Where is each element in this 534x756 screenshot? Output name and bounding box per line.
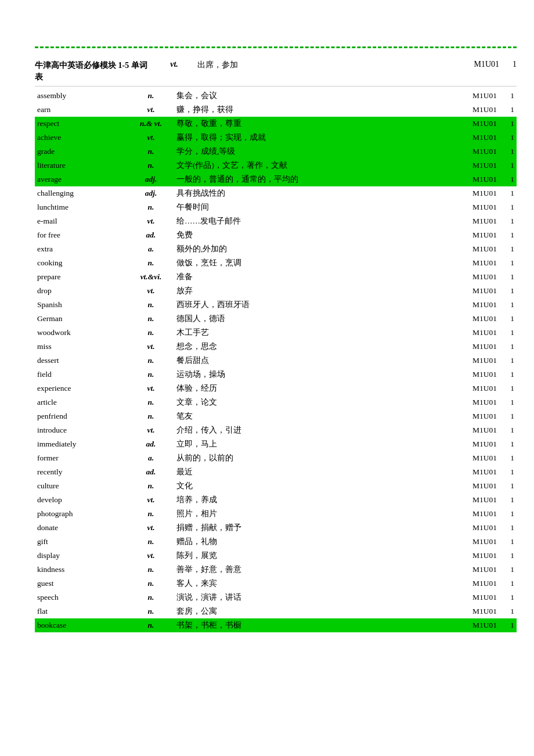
meaning-cell: 客人，来宾 — [174, 577, 453, 591]
word-cell: average — [35, 172, 128, 186]
table-row: e-mailvt.给……发电子邮件M1U011 — [35, 214, 517, 228]
unit-cell: M1U01 — [453, 577, 499, 591]
pos-cell: n. — [128, 326, 174, 340]
word-cell: recently — [35, 465, 128, 479]
unit-cell: M1U01 — [453, 228, 499, 242]
word-cell: grade — [35, 145, 128, 159]
table-row: fieldn.运动场，操场M1U011 — [35, 368, 517, 381]
unit-cell: M1U01 — [453, 89, 499, 103]
meaning-cell: 赚，挣得，获得 — [174, 103, 453, 117]
word-cell: extra — [35, 242, 128, 256]
meaning-cell: 培养，养成 — [174, 493, 453, 507]
meaning-cell: 文章，论文 — [174, 395, 453, 409]
word-cell: literature — [35, 159, 128, 172]
header-meaning: 出席，参加 — [197, 60, 453, 70]
word-cell: introduce — [35, 423, 128, 437]
unit-cell: M1U01 — [453, 298, 499, 312]
unit-cell: M1U01 — [453, 145, 499, 159]
meaning-cell: 学分，成绩,等级 — [174, 145, 453, 159]
table-row: recentlyad.最近M1U011 — [35, 465, 517, 479]
num-cell: 1 — [499, 214, 517, 228]
header-title: 牛津高中英语必修模块 1-5 单词表 — [35, 60, 151, 82]
meaning-cell: 额外的,外加的 — [174, 242, 453, 256]
table-row: for freead.免费M1U011 — [35, 228, 517, 242]
table-row: woodworkn.木工手艺M1U011 — [35, 326, 517, 340]
table-row: donatevt.捐赠，捐献，赠予M1U011 — [35, 521, 517, 535]
unit-cell: M1U01 — [453, 563, 499, 577]
num-cell: 1 — [499, 159, 517, 172]
meaning-cell: 文学(作品)，文艺，著作，文献 — [174, 159, 453, 172]
page-wrapper: 牛津高中英语必修模块 1-5 单词表 vt. 出席，参加 M1U01 1 ass… — [0, 0, 534, 756]
word-cell: woodwork — [35, 326, 128, 340]
table-row: achievevt.赢得，取得；实现，成就M1U011 — [35, 131, 517, 145]
word-cell: flat — [35, 604, 128, 618]
num-cell: 1 — [499, 465, 517, 479]
pos-cell: vt. — [128, 381, 174, 395]
pos-cell: n. — [128, 479, 174, 493]
unit-cell: M1U01 — [453, 535, 499, 549]
num-cell: 1 — [499, 368, 517, 381]
pos-cell: n. — [128, 200, 174, 214]
unit-cell: M1U01 — [453, 284, 499, 298]
pos-cell: n. — [128, 409, 174, 423]
pos-cell: ad. — [128, 437, 174, 451]
word-cell: lunchtime — [35, 200, 128, 214]
unit-cell: M1U01 — [453, 172, 499, 186]
pos-cell: n. — [128, 256, 174, 270]
unit-cell: M1U01 — [453, 591, 499, 604]
word-cell: speech — [35, 591, 128, 604]
num-cell: 1 — [499, 242, 517, 256]
meaning-cell: 照片，相片 — [174, 507, 453, 521]
pos-cell: n. — [128, 312, 174, 326]
unit-cell: M1U01 — [453, 186, 499, 200]
table-row: immediatelyad.立即，马上M1U011 — [35, 437, 517, 451]
meaning-cell: 准备 — [174, 270, 453, 284]
vocab-table: assemblyn.集会，会议M1U011earnvt.赚，挣得，获得M1U01… — [35, 89, 517, 632]
pos-cell: n. — [128, 563, 174, 577]
word-cell: bookcase — [35, 618, 128, 632]
table-row: articlen.文章，论文M1U011 — [35, 395, 517, 409]
word-cell: dessert — [35, 354, 128, 368]
word-cell: challenging — [35, 186, 128, 200]
num-cell: 1 — [499, 103, 517, 117]
pos-cell: vt. — [128, 521, 174, 535]
table-row: averageadj.一般的，普通的，通常的，平均的M1U011 — [35, 172, 517, 186]
unit-cell: M1U01 — [453, 242, 499, 256]
word-cell: guest — [35, 577, 128, 591]
num-cell: 1 — [499, 535, 517, 549]
unit-cell: M1U01 — [453, 451, 499, 465]
word-cell: earn — [35, 103, 128, 117]
meaning-cell: 午餐时间 — [174, 200, 453, 214]
num-cell: 1 — [499, 270, 517, 284]
pos-cell: a. — [128, 242, 174, 256]
unit-cell: M1U01 — [453, 618, 499, 632]
meaning-cell: 做饭，烹饪，烹调 — [174, 256, 453, 270]
table-row: culturen.文化M1U011 — [35, 479, 517, 493]
unit-cell: M1U01 — [453, 103, 499, 117]
table-row: bookcasen.书架，书柜，书橱M1U011 — [35, 618, 517, 632]
meaning-cell: 从前的，以前的 — [174, 451, 453, 465]
pos-cell: a. — [128, 451, 174, 465]
meaning-cell: 餐后甜点 — [174, 354, 453, 368]
num-cell: 1 — [499, 340, 517, 354]
meaning-cell: 体验，经历 — [174, 381, 453, 395]
meaning-cell: 立即，马上 — [174, 437, 453, 451]
pos-cell: n.& vt. — [128, 117, 174, 131]
table-row: extraa.额外的,外加的M1U011 — [35, 242, 517, 256]
num-cell: 1 — [499, 284, 517, 298]
meaning-cell: 演说，演讲，讲话 — [174, 591, 453, 604]
word-cell: drop — [35, 284, 128, 298]
table-row: Germann.德国人，德语M1U011 — [35, 312, 517, 326]
pos-cell: vt. — [128, 549, 174, 563]
unit-cell: M1U01 — [453, 326, 499, 340]
meaning-cell: 一般的，普通的，通常的，平均的 — [174, 172, 453, 186]
header-num: 1 — [499, 60, 517, 69]
pos-cell: n. — [128, 507, 174, 521]
table-row: assemblyn.集会，会议M1U011 — [35, 89, 517, 103]
table-row: preparevt.&vi.准备M1U011 — [35, 270, 517, 284]
unit-cell: M1U01 — [453, 354, 499, 368]
pos-cell: n. — [128, 89, 174, 103]
meaning-cell: 最近 — [174, 465, 453, 479]
meaning-cell: 德国人，德语 — [174, 312, 453, 326]
pos-cell: adj. — [128, 172, 174, 186]
